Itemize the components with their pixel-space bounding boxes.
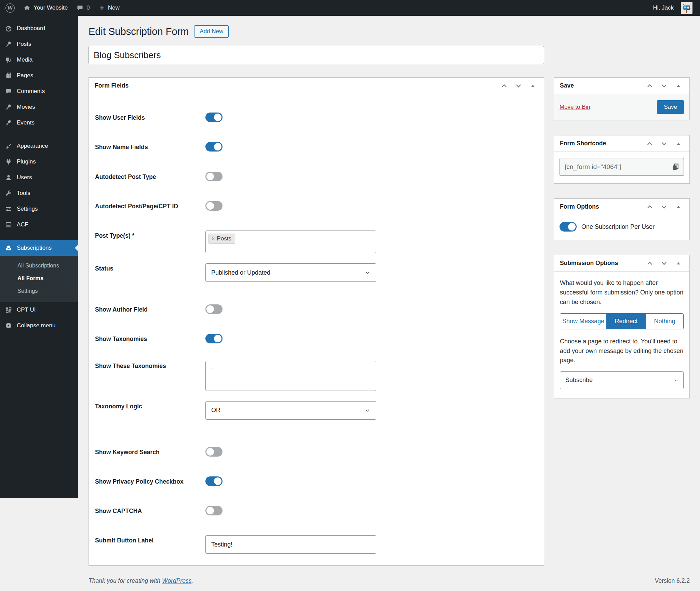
post-types-tag-input[interactable]: × Posts xyxy=(205,231,376,253)
form-row: Submit Button Label xyxy=(95,535,538,554)
form-options-metabox: Form Options One Subscription Per User xyxy=(554,198,690,240)
comments-shortcut[interactable]: 0 xyxy=(77,4,90,11)
form-row: Show Author Field xyxy=(95,304,538,314)
form-row: Post Type(s) * × Posts xyxy=(95,231,538,253)
sliders-icon xyxy=(5,205,12,213)
wordpress-logo-menu[interactable]: W xyxy=(5,3,15,13)
admin-sidebar: Dashboard Posts Media Pages Comments Mov… xyxy=(0,16,78,498)
new-content-menu[interactable]: New xyxy=(99,4,120,11)
sidebar-item-subscriptions[interactable]: Subscriptions xyxy=(0,240,78,256)
plug-icon xyxy=(5,158,12,166)
show-captcha-toggle[interactable] xyxy=(205,506,223,515)
show-these-taxonomies-box[interactable]: - xyxy=(205,361,376,391)
visit-site-link[interactable]: Your Website xyxy=(24,4,68,11)
sidebar-item-plugins[interactable]: Plugins xyxy=(0,154,78,170)
comments-icon xyxy=(5,88,12,95)
form-shortcode-metabox: Form Shortcode [cn_form id="4064"] xyxy=(554,135,690,184)
pin-icon xyxy=(5,40,12,48)
sidebar-item-cpt-ui[interactable]: CPT UI xyxy=(0,302,78,318)
current-menu-arrow xyxy=(75,245,78,251)
autodetect-post-id-toggle[interactable] xyxy=(205,201,223,211)
wordpress-logo-icon: W xyxy=(5,3,15,13)
remove-chip-icon[interactable]: × xyxy=(212,236,215,242)
move-down-button[interactable] xyxy=(658,80,670,92)
sidebar-item-movies[interactable]: Movies xyxy=(0,99,78,115)
sidebar-item-events[interactable]: Events xyxy=(0,115,78,131)
sidebar-item-appearance[interactable]: Appearance xyxy=(0,138,78,154)
copy-shortcode-button[interactable] xyxy=(671,163,679,171)
form-row: Show Privacy Policy Checkbox xyxy=(95,476,538,486)
wordpress-link[interactable]: WordPress xyxy=(162,577,192,584)
save-button[interactable]: Save xyxy=(657,100,684,114)
submission-mode-button-group: Show Message Redirect Nothing xyxy=(560,313,684,329)
sidebar-item-media[interactable]: Media xyxy=(0,52,78,68)
move-up-button[interactable] xyxy=(498,80,510,92)
show-author-field-toggle[interactable] xyxy=(205,304,223,314)
move-down-button[interactable] xyxy=(512,80,525,92)
redirect-note-text: Choose a page to redirect to. You'll nee… xyxy=(560,337,684,366)
move-down-button[interactable] xyxy=(658,257,670,270)
sidebar-item-posts[interactable]: Posts xyxy=(0,36,78,52)
pin-icon xyxy=(5,103,12,111)
show-user-fields-toggle[interactable] xyxy=(205,113,223,122)
sidebar-item-pages[interactable]: Pages xyxy=(0,68,78,83)
shortcode-readonly-field[interactable]: [cn_form id="4064"] xyxy=(560,158,684,176)
add-new-button[interactable]: Add New xyxy=(194,25,229,38)
move-up-button[interactable] xyxy=(644,80,656,92)
cpt-ui-grid-icon xyxy=(5,306,12,314)
submit-button-label-input[interactable] xyxy=(205,535,376,554)
metabox-title: Save xyxy=(560,82,574,89)
dashboard-icon xyxy=(5,25,12,32)
plus-icon xyxy=(99,5,105,11)
submenu-all-forms[interactable]: All Forms xyxy=(0,272,78,285)
sidebar-item-users[interactable]: Users xyxy=(0,170,78,185)
collapse-toggle-button[interactable] xyxy=(527,80,539,92)
collapse-toggle-button[interactable] xyxy=(672,80,685,92)
sidebar-item-comments[interactable]: Comments xyxy=(0,83,78,99)
sidebar-item-collapse-menu[interactable]: Collapse menu xyxy=(0,318,78,333)
sidebar-item-dashboard[interactable]: Dashboard xyxy=(0,21,78,36)
show-keyword-search-toggle[interactable] xyxy=(205,447,223,457)
sidebar-item-tools[interactable]: Tools xyxy=(0,185,78,201)
wordpress-admin-page: W Your Website 0 New Hi, Jack xyxy=(0,0,700,591)
chevron-down-icon xyxy=(364,407,371,413)
chevron-down-icon xyxy=(364,270,371,276)
taxonomy-logic-select[interactable]: OR xyxy=(205,401,376,420)
move-down-button[interactable] xyxy=(658,137,670,150)
redirect-button[interactable]: Redirect xyxy=(606,314,646,329)
one-subscription-per-user-toggle[interactable] xyxy=(560,222,577,232)
user-icon xyxy=(5,174,12,181)
account-menu[interactable]: Hi, Jack xyxy=(653,2,692,14)
form-title-input[interactable] xyxy=(89,46,544,64)
site-name: Your Website xyxy=(33,4,68,11)
nothing-button[interactable]: Nothing xyxy=(646,314,683,329)
form-row: Autodetect Post/Page/CPT ID xyxy=(95,201,538,211)
move-up-button[interactable] xyxy=(644,257,656,270)
pin-icon xyxy=(5,119,12,127)
collapse-toggle-button[interactable] xyxy=(672,201,685,213)
sidebar-item-acf[interactable]: ACF xyxy=(0,217,78,233)
admin-footer: Thank you for creating with WordPress. V… xyxy=(89,577,690,585)
show-name-fields-toggle[interactable] xyxy=(205,142,223,152)
move-down-button[interactable] xyxy=(658,201,670,213)
comment-bubble-icon xyxy=(77,4,83,11)
show-privacy-policy-toggle[interactable] xyxy=(205,476,223,486)
form-row: Show Keyword Search xyxy=(95,447,538,457)
copy-icon xyxy=(671,163,679,171)
move-to-bin-link[interactable]: Move to Bin xyxy=(560,104,590,110)
metabox-title: Form Options xyxy=(560,203,599,210)
submenu-settings[interactable]: Settings xyxy=(0,285,78,297)
move-up-button[interactable] xyxy=(644,201,656,213)
sidebar-item-settings[interactable]: Settings xyxy=(0,201,78,217)
show-message-button[interactable]: Show Message xyxy=(560,314,606,329)
move-up-button[interactable] xyxy=(644,137,656,150)
main-content: Edit Subscription Form Add New Form Fiel… xyxy=(78,16,700,580)
show-taxonomies-toggle[interactable] xyxy=(205,334,223,343)
submenu-all-subscriptions[interactable]: All Subscriptions xyxy=(0,259,78,272)
autodetect-post-type-toggle[interactable] xyxy=(205,172,223,181)
collapse-toggle-button[interactable] xyxy=(672,257,685,270)
form-row: Show Taxonomies xyxy=(95,334,538,343)
collapse-toggle-button[interactable] xyxy=(672,137,685,150)
status-select[interactable]: Published or Updated xyxy=(205,263,376,282)
redirect-page-select[interactable]: Subscribe xyxy=(560,371,684,389)
